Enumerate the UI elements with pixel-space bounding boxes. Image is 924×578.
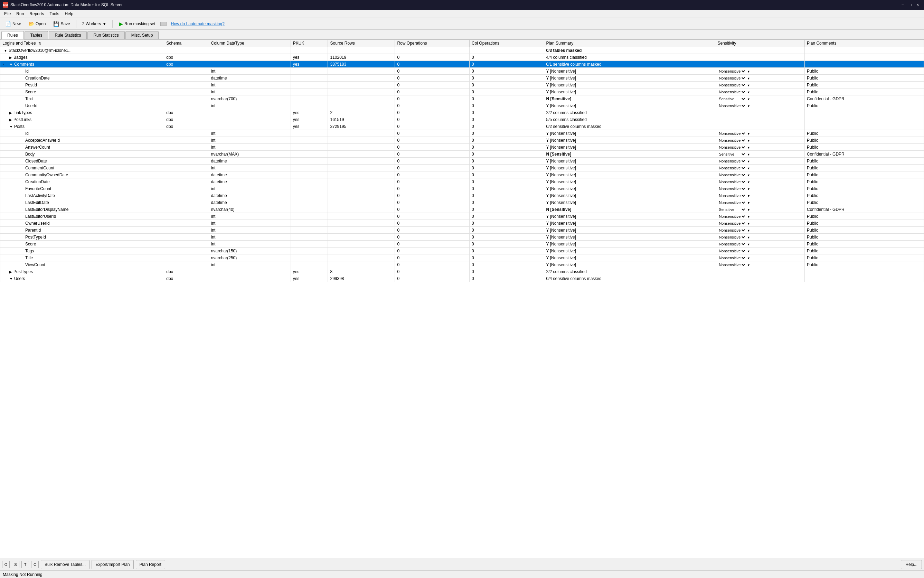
bulk-remove-button[interactable]: Bulk Remove Tables... bbox=[41, 560, 89, 569]
table-row[interactable]: ▼Usersdboyes299398000/4 sensitive column… bbox=[0, 275, 924, 282]
cell-sensitivity[interactable]: NonsensitiveSensitiveConfidential ▼ bbox=[715, 213, 805, 220]
sensitivity-dropdown[interactable]: NonsensitiveSensitiveConfidential bbox=[717, 207, 746, 212]
menu-tools[interactable]: Tools bbox=[47, 11, 62, 17]
maximize-button[interactable]: □ bbox=[907, 2, 914, 8]
expand-icon[interactable]: ▶ bbox=[9, 270, 12, 274]
menu-reports[interactable]: Reports bbox=[27, 11, 47, 17]
sensitivity-dropdown[interactable]: NonsensitiveSensitiveConfidential bbox=[717, 172, 746, 177]
table-row[interactable]: Scoreint00Y [Nonsensitive]NonsensitiveSe… bbox=[0, 240, 924, 247]
cell-plancomments[interactable]: Public bbox=[805, 81, 924, 89]
sensitivity-dropdown[interactable]: NonsensitiveSensitiveConfidential bbox=[717, 186, 746, 191]
table-row[interactable]: Idint00Y [Nonsensitive]NonsensitiveSensi… bbox=[0, 68, 924, 75]
sensitivity-dropdown[interactable]: NonsensitiveSensitiveConfidential bbox=[717, 255, 746, 260]
sensitivity-dropdown[interactable]: NonsensitiveSensitiveConfidential bbox=[717, 193, 746, 198]
table-row[interactable]: CreationDatedatetime00Y [Nonsensitive]No… bbox=[0, 179, 924, 185]
cell-plancomments[interactable]: Public bbox=[805, 234, 924, 240]
new-button[interactable]: 📄 New bbox=[2, 19, 24, 28]
cell-plancomments[interactable]: Public bbox=[805, 261, 924, 268]
cell-sensitivity[interactable]: NonsensitiveSensitiveConfidential ▼ bbox=[715, 220, 805, 227]
cell-sensitivity[interactable]: NonsensitiveSensitiveConfidential ▼ bbox=[715, 75, 805, 81]
sensitivity-dropdown[interactable]: NonsensitiveSensitiveConfidential bbox=[717, 262, 746, 267]
cell-plancomments[interactable]: Public bbox=[805, 172, 924, 179]
sensitivity-dropdown[interactable]: NonsensitiveSensitiveConfidential bbox=[717, 152, 746, 157]
cell-plancomments[interactable]: Public bbox=[805, 213, 924, 220]
cell-sensitivity[interactable]: NonsensitiveSensitiveConfidential ▼ bbox=[715, 81, 805, 89]
cell-sensitivity[interactable]: NonsensitiveSensitiveConfidential ▼ bbox=[715, 179, 805, 185]
table-row[interactable]: ▶PostTypesdboyes8002/2 columns classifie… bbox=[0, 268, 924, 275]
table-row[interactable]: Titlenvarchar(250)00Y [Nonsensitive]Nons… bbox=[0, 255, 924, 261]
table-row[interactable]: UserIdint00Y [Nonsensitive]NonsensitiveS… bbox=[0, 102, 924, 109]
cell-sensitivity[interactable]: NonsensitiveSensitiveConfidential ▼ bbox=[715, 227, 805, 234]
sensitivity-dropdown[interactable]: NonsensitiveSensitiveConfidential bbox=[717, 89, 746, 94]
sensitivity-dropdown[interactable]: NonsensitiveSensitiveConfidential bbox=[717, 235, 746, 240]
cell-plancomments[interactable]: Public bbox=[805, 75, 924, 81]
cell-plancomments[interactable]: Public bbox=[805, 68, 924, 75]
cell-sensitivity[interactable]: NonsensitiveSensitiveConfidential ▼ bbox=[715, 199, 805, 206]
sensitivity-dropdown[interactable]: NonsensitiveSensitiveConfidential bbox=[717, 69, 746, 74]
table-row[interactable]: AnswerCountint00Y [Nonsensitive]Nonsensi… bbox=[0, 144, 924, 151]
sensitivity-dropdown[interactable]: NonsensitiveSensitiveConfidential bbox=[717, 242, 746, 247]
data-table-container[interactable]: Logins and Tables ⇅ Schema Column DataTy… bbox=[0, 39, 924, 558]
cell-sensitivity[interactable]: NonsensitiveSensitiveConfidential ▼ bbox=[715, 261, 805, 268]
expand-icon[interactable]: ▼ bbox=[9, 277, 13, 281]
expand-icon[interactable]: ▼ bbox=[4, 49, 7, 52]
tab-tables[interactable]: Tables bbox=[24, 31, 49, 39]
cell-plancomments[interactable]: Public bbox=[805, 220, 924, 227]
table-row[interactable]: ViewCountint00Y [Nonsensitive]Nonsensiti… bbox=[0, 261, 924, 268]
cell-plancomments[interactable]: Public bbox=[805, 192, 924, 199]
export-import-button[interactable]: Export/Import Plan bbox=[92, 560, 133, 569]
cell-plancomments[interactable]: Public bbox=[805, 247, 924, 255]
letter-s-button[interactable]: S bbox=[12, 561, 19, 568]
expand-icon[interactable]: ▶ bbox=[9, 111, 12, 115]
table-row[interactable]: PostTypeIdint00Y [Nonsensitive]Nonsensit… bbox=[0, 234, 924, 240]
table-row[interactable]: LastEditorUserIdint00Y [Nonsensitive]Non… bbox=[0, 213, 924, 220]
sensitivity-dropdown[interactable]: NonsensitiveSensitiveConfidential bbox=[717, 159, 746, 164]
sensitivity-dropdown[interactable]: NonsensitiveSensitiveConfidential bbox=[717, 138, 746, 143]
cell-plancomments[interactable]: Public bbox=[805, 130, 924, 137]
cell-plancomments[interactable]: Public bbox=[805, 137, 924, 144]
sensitivity-dropdown[interactable]: NonsensitiveSensitiveConfidential bbox=[717, 228, 746, 233]
tab-rules[interactable]: Rules bbox=[2, 31, 24, 39]
menu-run[interactable]: Run bbox=[13, 11, 27, 17]
table-row[interactable]: AcceptedAnswerIdint00Y [Nonsensitive]Non… bbox=[0, 137, 924, 144]
table-row[interactable]: Tagsnvarchar(150)00Y [Nonsensitive]Nonse… bbox=[0, 247, 924, 255]
menu-help[interactable]: Help bbox=[62, 11, 76, 17]
sensitivity-dropdown[interactable]: NonsensitiveSensitiveConfidential bbox=[717, 76, 746, 81]
table-row[interactable]: ParentIdint00Y [Nonsensitive]Nonsensitiv… bbox=[0, 227, 924, 234]
table-row[interactable]: Bodynvarchar(MAX)00N [Sensitive]Nonsensi… bbox=[0, 151, 924, 157]
sensitivity-dropdown[interactable]: NonsensitiveSensitiveConfidential bbox=[717, 166, 746, 170]
cell-sensitivity[interactable]: NonsensitiveSensitiveConfidential ▼ bbox=[715, 247, 805, 255]
table-row[interactable]: ▶Badgesdboyes1102019004/4 columns classi… bbox=[0, 54, 924, 61]
cell-plancomments[interactable]: Public bbox=[805, 227, 924, 234]
table-row[interactable]: ▶PostLinksdboyes161519005/5 columns clas… bbox=[0, 116, 924, 123]
cell-plancomments[interactable]: Public bbox=[805, 179, 924, 185]
cell-plancomments[interactable]: Public bbox=[805, 185, 924, 192]
sensitivity-dropdown[interactable]: NonsensitiveSensitiveConfidential bbox=[717, 103, 746, 108]
sensitivity-dropdown[interactable]: NonsensitiveSensitiveConfidential bbox=[717, 221, 746, 226]
table-row[interactable]: ▶LinkTypesdboyes2002/2 columns classifie… bbox=[0, 109, 924, 116]
table-row[interactable]: Scoreint00Y [Nonsensitive]NonsensitiveSe… bbox=[0, 89, 924, 96]
tab-misc-setup[interactable]: Misc. Setup bbox=[125, 31, 159, 39]
cell-plancomments[interactable]: Public bbox=[805, 102, 924, 109]
cell-sensitivity[interactable]: NonsensitiveSensitiveConfidential ▼ bbox=[715, 144, 805, 151]
cell-sensitivity[interactable]: NonsensitiveSensitiveConfidential ▼ bbox=[715, 172, 805, 179]
cell-sensitivity[interactable]: NonsensitiveSensitiveConfidential ▼ bbox=[715, 151, 805, 157]
toggle-masking[interactable] bbox=[160, 22, 167, 26]
cell-plancomments[interactable]: Public bbox=[805, 240, 924, 247]
workers-button[interactable]: 2 Workers ▼ bbox=[79, 19, 110, 28]
cell-plancomments[interactable]: Public bbox=[805, 144, 924, 151]
cell-sensitivity[interactable]: NonsensitiveSensitiveConfidential ▼ bbox=[715, 68, 805, 75]
sensitivity-dropdown[interactable]: NonsensitiveSensitiveConfidential bbox=[717, 131, 746, 136]
run-masking-button[interactable]: ▶ Run masking set bbox=[115, 19, 159, 28]
table-row[interactable]: Textnvarchar(700)00N [Sensitive]Nonsensi… bbox=[0, 96, 924, 102]
menu-file[interactable]: File bbox=[2, 11, 13, 17]
cell-sensitivity[interactable]: NonsensitiveSensitiveConfidential ▼ bbox=[715, 130, 805, 137]
close-button[interactable]: × bbox=[914, 2, 921, 8]
sensitivity-dropdown[interactable]: NonsensitiveSensitiveConfidential bbox=[717, 96, 746, 101]
sensitivity-dropdown[interactable]: NonsensitiveSensitiveConfidential bbox=[717, 200, 746, 205]
table-row[interactable]: Idint00Y [Nonsensitive]NonsensitiveSensi… bbox=[0, 130, 924, 137]
save-button[interactable]: 💾 Save bbox=[50, 19, 73, 28]
cell-sensitivity[interactable]: NonsensitiveSensitiveConfidential ▼ bbox=[715, 89, 805, 96]
cell-sensitivity[interactable]: NonsensitiveSensitiveConfidential ▼ bbox=[715, 185, 805, 192]
table-row[interactable]: FavoriteCountint00Y [Nonsensitive]Nonsen… bbox=[0, 185, 924, 192]
